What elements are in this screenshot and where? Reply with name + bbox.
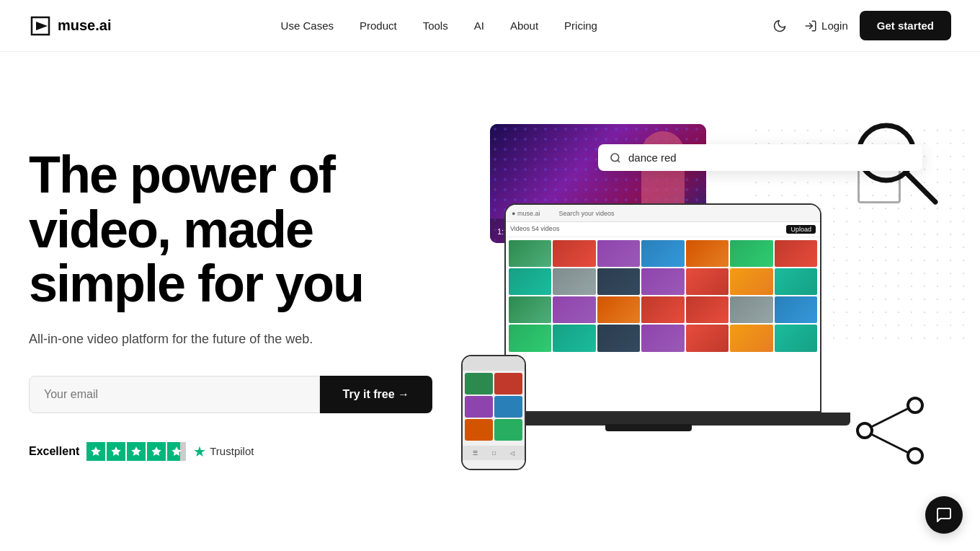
video-thumb-8 (509, 268, 551, 295)
laptop-url: ● muse.ai (512, 210, 540, 217)
nav-product[interactable]: Product (349, 14, 407, 38)
video-thumb-19 (686, 296, 729, 323)
video-thumb-16 (553, 296, 595, 323)
trustpilot-stars (86, 442, 186, 461)
trustpilot-logo: ★ Trustpilot (193, 443, 254, 460)
svg-point-7 (908, 398, 922, 413)
nav-tools[interactable]: Tools (413, 14, 458, 38)
laptop-top-bar: ● muse.ai Search your videos (506, 205, 820, 222)
dark-mode-toggle[interactable] (767, 13, 793, 39)
star-1 (86, 442, 105, 461)
hero-subtitle: All-in-one video platform for the future… (29, 332, 447, 347)
video-thumb-3 (597, 240, 640, 267)
svg-line-10 (871, 408, 909, 427)
svg-line-11 (871, 434, 909, 453)
navbar: muse.ai Use Cases Product Tools AI About… (0, 0, 980, 52)
nav-pricing[interactable]: Pricing (554, 14, 607, 38)
video-thumb-13 (730, 268, 772, 295)
logo[interactable]: muse.ai (29, 14, 111, 38)
hero-section: The power of video, made simple for you … (0, 52, 980, 542)
star-2 (107, 442, 125, 461)
svg-point-9 (858, 423, 872, 438)
nav-ai[interactable]: AI (464, 14, 494, 38)
chat-icon (935, 506, 953, 524)
svg-marker-1 (36, 22, 48, 30)
search-bar: dance red (598, 144, 922, 171)
video-thumb-10 (597, 268, 640, 295)
login-button[interactable]: Login (804, 19, 848, 32)
trustpilot-excellent: Excellent (29, 445, 79, 458)
nav-use-cases[interactable]: Use Cases (271, 14, 344, 38)
video-thumb-11 (641, 268, 684, 295)
nav-about[interactable]: About (500, 14, 548, 38)
video-thumb-25 (641, 325, 684, 351)
svg-line-4 (906, 173, 935, 202)
video-thumb-9 (553, 268, 595, 295)
logo-icon (29, 14, 52, 38)
video-thumb-4 (641, 240, 684, 267)
trustpilot-brand: Trustpilot (210, 445, 254, 457)
phone-mockup: ☰ □ ◁ (461, 355, 526, 470)
video-thumb-21 (775, 296, 817, 323)
get-started-button[interactable]: Get started (860, 11, 951, 40)
video-thumb-14 (775, 268, 817, 295)
star-3 (127, 442, 146, 461)
video-thumb-15 (509, 296, 551, 323)
video-thumb-27 (730, 325, 772, 351)
video-thumb-23 (553, 325, 595, 351)
laptop-screen: ● muse.ai Search your videos Videos 54 v… (506, 205, 820, 411)
hero-cta: Try it free → (29, 376, 432, 413)
laptop-stand (605, 424, 692, 431)
svg-point-8 (908, 449, 922, 463)
trustpilot-section: Excellent ★ Trustp (29, 442, 447, 461)
laptop-mockup: ● muse.ai Search your videos Videos 54 v… (504, 203, 821, 413)
chat-bubble[interactable] (925, 496, 963, 534)
video-thumb-2 (553, 240, 595, 267)
search-icon (610, 152, 621, 164)
laptop-videos-label: Videos 54 videos (510, 225, 559, 234)
hero-title: The power of video, made simple for you (29, 148, 447, 312)
share-icon (850, 391, 930, 470)
laptop-video-grid (506, 237, 820, 355)
video-thumb-5 (686, 240, 729, 267)
video-thumb-6 (730, 240, 772, 267)
hero-illustration: dance red 1:13 / 2:20 ● muse.ai Search y… (447, 124, 951, 485)
phone-screen: ☰ □ ◁ (463, 356, 525, 469)
video-thumb-1 (509, 240, 551, 267)
login-icon (804, 19, 817, 32)
laptop-upload-btn[interactable]: Upload (786, 225, 816, 234)
star-4 (147, 442, 166, 461)
video-thumb-22 (509, 325, 551, 351)
video-thumb-17 (597, 296, 640, 323)
video-thumb-24 (597, 325, 640, 351)
trustpilot-star-icon: ★ (193, 443, 206, 460)
svg-point-5 (611, 154, 619, 162)
loved-by-section: Loved by people & teams at (0, 542, 980, 551)
nav-right: Login Get started (767, 11, 951, 40)
video-thumb-20 (730, 296, 772, 323)
email-input[interactable] (29, 376, 320, 413)
logo-text: muse.ai (58, 17, 111, 34)
video-thumb-18 (641, 296, 684, 323)
star-5-half (167, 442, 186, 461)
video-thumb-28 (775, 325, 817, 351)
nav-links: Use Cases Product Tools AI About Pricing (271, 14, 607, 38)
video-thumb-7 (775, 240, 817, 267)
hero-content: The power of video, made simple for you … (29, 148, 447, 461)
svg-line-6 (618, 160, 620, 162)
video-thumb-26 (686, 325, 729, 351)
laptop-search: Search your videos (558, 210, 614, 217)
search-query-text: dance red (628, 151, 677, 164)
try-free-button[interactable]: Try it free → (320, 376, 432, 413)
moon-icon (772, 19, 787, 33)
video-thumb-12 (686, 268, 729, 295)
